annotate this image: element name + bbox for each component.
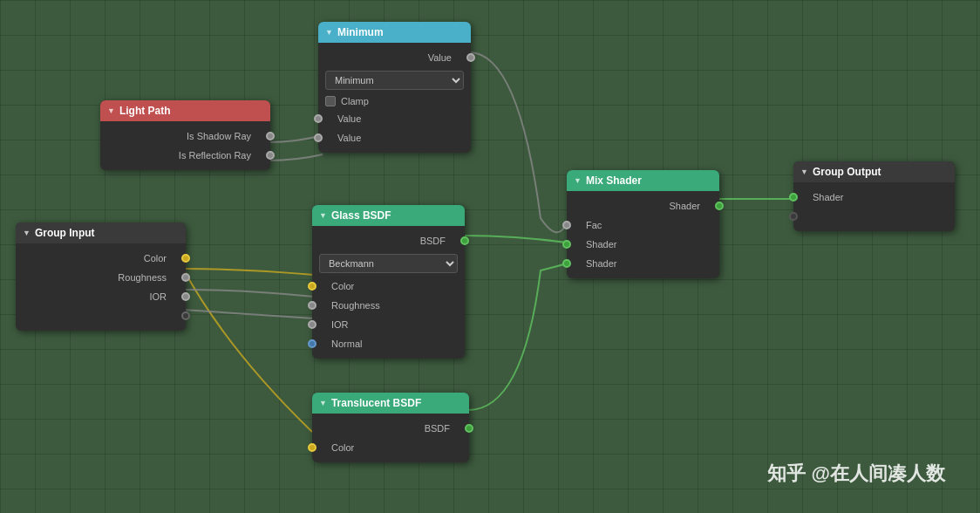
minimum-node: ▼ Minimum Value Minimum Clamp Value Valu… — [318, 22, 471, 153]
translucent-bsdf-node: ▼ Translucent BSDF BSDF Color — [312, 393, 469, 462]
mix-shader-shader2-row: Shader — [567, 254, 719, 273]
group-input-roughness-socket — [181, 273, 190, 282]
group-input-ior-label: IOR — [149, 291, 167, 302]
group-input-title: Group Input — [35, 227, 95, 239]
mix-shader-shader1-label: Shader — [586, 239, 616, 250]
group-input-roughness-label: Roughness — [118, 272, 167, 283]
group-input-extra-row — [16, 306, 186, 325]
mix-shader-shader1-socket — [562, 240, 571, 249]
light-path-reflection-label: Is Reflection Ray — [179, 150, 251, 161]
glass-bsdf-output-row: BSDF — [312, 231, 465, 250]
translucent-bsdf-header: ▼ Translucent BSDF — [312, 393, 469, 414]
glass-bsdf-roughness-row: Roughness — [312, 296, 465, 315]
minimum-title: Minimum — [337, 26, 384, 38]
group-output-shader-row: Shader — [793, 188, 955, 207]
group-input-ior-row: IOR — [16, 287, 186, 306]
glass-bsdf-distribution-select[interactable]: Beckmann — [319, 254, 458, 273]
group-output-extra-socket — [789, 212, 798, 221]
glass-bsdf-output-label: BSDF — [420, 236, 446, 246]
group-input-color-label: Color — [144, 253, 167, 263]
group-output-extra-row — [793, 207, 955, 226]
minimum-input-socket2 — [314, 133, 323, 142]
mix-shader-node: ▼ Mix Shader Shader Fac Shader Shader — [567, 170, 719, 278]
glass-bsdf-color-label: Color — [331, 281, 354, 291]
group-input-extra-socket — [181, 311, 190, 320]
group-input-node: ▼ Group Input Color Roughness IOR — [16, 222, 186, 331]
glass-bsdf-normal-row: Normal — [312, 334, 465, 353]
glass-bsdf-color-socket — [308, 282, 316, 291]
mix-shader-fac-row: Fac — [567, 215, 719, 235]
light-path-reflection-row: Is Reflection Ray — [100, 146, 270, 165]
group-output-shader-label: Shader — [813, 192, 843, 202]
group-input-header: ▼ Group Input — [16, 222, 186, 243]
mix-shader-output-socket — [715, 202, 724, 210]
group-output-node: ▼ Group Output Shader — [793, 161, 955, 231]
minimum-output-socket — [466, 53, 475, 62]
translucent-bsdf-body: BSDF Color — [312, 414, 469, 462]
mix-shader-output-label: Shader — [670, 201, 700, 211]
minimum-output-label: Value — [428, 52, 452, 63]
translucent-bsdf-color-row: Color — [312, 438, 469, 457]
translucent-bsdf-color-socket — [308, 443, 316, 452]
light-path-node: ▼ Light Path Is Shadow Ray Is Reflection… — [100, 100, 270, 170]
glass-bsdf-ior-label: IOR — [331, 319, 349, 330]
mix-shader-arrow: ▼ — [574, 176, 582, 185]
mix-shader-output-row: Shader — [567, 196, 719, 215]
glass-bsdf-roughness-socket — [308, 301, 316, 310]
minimum-header: ▼ Minimum — [318, 22, 471, 43]
minimum-mode-select[interactable]: Minimum — [325, 71, 464, 90]
group-output-shader-socket — [789, 193, 798, 202]
translucent-bsdf-output-label: BSDF — [425, 423, 450, 434]
glass-bsdf-normal-socket — [308, 339, 316, 348]
glass-bsdf-color-row: Color — [312, 277, 465, 296]
mix-shader-shader2-label: Shader — [586, 258, 616, 269]
light-path-reflection-socket — [266, 151, 275, 160]
glass-bsdf-ior-socket — [308, 320, 316, 329]
minimum-input-value2: Value — [318, 128, 471, 147]
group-input-body: Color Roughness IOR — [16, 243, 186, 331]
glass-bsdf-normal-label: Normal — [331, 339, 362, 349]
group-input-roughness-row: Roughness — [16, 268, 186, 287]
light-path-title: Light Path — [119, 105, 171, 117]
light-path-shadow-row: Is Shadow Ray — [100, 127, 270, 146]
minimum-input-value1: Value — [318, 109, 471, 128]
mix-shader-fac-label: Fac — [586, 220, 602, 230]
glass-bsdf-node: ▼ Glass BSDF BSDF Beckmann Color Roughne… — [312, 205, 465, 359]
light-path-header: ▼ Light Path — [100, 100, 270, 121]
mix-shader-shader1-row: Shader — [567, 235, 719, 254]
mix-shader-body: Shader Fac Shader Shader — [567, 191, 719, 278]
light-path-shadow-socket — [266, 132, 275, 140]
glass-bsdf-title: Glass BSDF — [331, 209, 391, 222]
glass-bsdf-output-socket — [460, 236, 469, 245]
minimum-input-socket1 — [314, 114, 323, 123]
mix-shader-shader2-socket — [562, 259, 571, 268]
minimum-arrow: ▼ — [325, 28, 333, 37]
translucent-bsdf-arrow: ▼ — [319, 399, 327, 407]
light-path-arrow: ▼ — [107, 106, 115, 115]
translucent-bsdf-title: Translucent BSDF — [331, 397, 421, 409]
minimum-clamp-checkbox[interactable] — [325, 96, 336, 106]
minimum-clamp-row: Clamp — [318, 93, 471, 109]
group-input-arrow: ▼ — [23, 229, 31, 237]
group-output-title: Group Output — [813, 166, 881, 178]
group-output-body: Shader — [793, 182, 955, 231]
light-path-shadow-label: Is Shadow Ray — [187, 131, 251, 141]
translucent-bsdf-output-row: BSDF — [312, 419, 469, 438]
mix-shader-fac-socket — [562, 221, 571, 229]
translucent-bsdf-color-label: Color — [331, 442, 354, 453]
minimum-input-label1: Value — [337, 113, 361, 124]
glass-bsdf-ior-row: IOR — [312, 315, 465, 334]
group-input-ior-socket — [181, 292, 190, 301]
minimum-input-label2: Value — [337, 133, 361, 143]
group-output-arrow: ▼ — [800, 168, 808, 176]
group-output-header: ▼ Group Output — [793, 161, 955, 182]
mix-shader-header: ▼ Mix Shader — [567, 170, 719, 191]
glass-bsdf-arrow: ▼ — [319, 211, 327, 220]
group-input-color-socket — [181, 254, 190, 263]
glass-bsdf-header: ▼ Glass BSDF — [312, 205, 465, 226]
minimum-output-value: Value — [318, 48, 471, 67]
watermark: 知乎 @在人间凑人数 — [767, 461, 945, 487]
minimum-clamp-label: Clamp — [341, 96, 369, 106]
glass-bsdf-roughness-label: Roughness — [331, 300, 380, 311]
glass-bsdf-body: BSDF Beckmann Color Roughness IOR Normal — [312, 226, 465, 359]
